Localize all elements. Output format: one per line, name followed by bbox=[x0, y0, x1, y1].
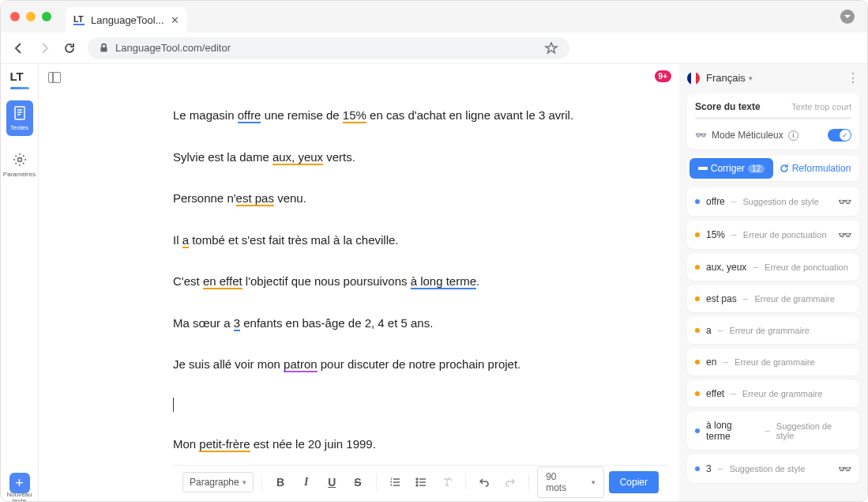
bottom-toolbar: Paragraphe▾ B I U S 123 90 mots▾ Copier bbox=[173, 465, 668, 498]
main-area: LT Textes Paramètres + Nouveau texte 9+ … bbox=[1, 64, 867, 502]
suggestion-item[interactable]: à long terme–Suggestion de style bbox=[687, 412, 859, 450]
divider bbox=[376, 474, 377, 490]
severity-dot bbox=[695, 199, 700, 204]
italic-button[interactable]: I bbox=[295, 471, 317, 493]
suggestion-word: à long terme bbox=[706, 420, 758, 442]
chevron-down-icon: ▾ bbox=[592, 478, 596, 486]
clear-format-button[interactable] bbox=[436, 471, 457, 493]
suggestion-type: Erreur de grammaire bbox=[754, 294, 834, 304]
suggestion-word: en bbox=[706, 357, 716, 368]
highlighted-text[interactable]: petit-frère bbox=[199, 437, 250, 452]
suggestion-word: aux, yeux bbox=[706, 262, 746, 273]
highlighted-text[interactable]: à long terme bbox=[411, 274, 476, 289]
suggestion-item[interactable]: 15%–Erreur de ponctuation👓 bbox=[687, 221, 859, 249]
info-icon[interactable]: i bbox=[788, 130, 798, 141]
chevron-down-icon: ▾ bbox=[749, 74, 753, 82]
severity-dot bbox=[695, 466, 700, 471]
reload-button[interactable] bbox=[62, 41, 77, 55]
paragraph[interactable]: Mon petit-frère est née le 20 juin 1999. bbox=[173, 436, 648, 454]
highlighted-text[interactable]: 15% bbox=[343, 108, 366, 123]
highlighted-text[interactable]: a bbox=[182, 233, 189, 248]
highlighted-text[interactable]: patron bbox=[284, 357, 318, 372]
undo-button[interactable] bbox=[474, 471, 495, 493]
editor-topbar: 9+ bbox=[39, 64, 679, 91]
wordcount-select[interactable]: 90 mots▾ bbox=[537, 466, 603, 498]
back-button[interactable] bbox=[12, 41, 26, 55]
suggestion-type: Erreur de grammaire bbox=[735, 357, 814, 367]
correction-count: 12 bbox=[748, 164, 765, 173]
tab-reformulation[interactable]: Reformulation bbox=[773, 158, 857, 179]
highlighted-text[interactable]: offre bbox=[238, 108, 261, 123]
bold-button[interactable]: B bbox=[270, 471, 291, 493]
highlighted-text[interactable]: aux, yeux bbox=[272, 150, 323, 165]
glasses-icon: 👓 bbox=[838, 228, 851, 241]
paragraph[interactable]: Ma sœur a 3 enfants en bas-âge de 2, 4 e… bbox=[173, 315, 648, 333]
suggestion-item[interactable]: aux, yeux–Erreur de ponctuation bbox=[687, 254, 859, 281]
paragraph[interactable]: Personne n'est pas venu. bbox=[173, 190, 648, 208]
score-card: Score du texte Texte trop court 👓 Mode M… bbox=[687, 93, 859, 149]
paragraph[interactable]: Je suis allé voir mon patron pour discut… bbox=[173, 356, 648, 374]
severity-dot bbox=[695, 296, 700, 301]
gear-icon bbox=[12, 152, 28, 168]
chevron-down-icon: ▾ bbox=[242, 478, 246, 486]
severity-dot bbox=[695, 265, 700, 270]
left-sidebar: LT Textes Paramètres + Nouveau texte bbox=[1, 64, 39, 502]
notification-badge[interactable]: 9+ bbox=[655, 70, 671, 82]
paragraph[interactable]: Le magasin offre une remise de 15% en ca… bbox=[173, 107, 648, 125]
refresh-icon bbox=[780, 164, 789, 173]
sidebar-item-textes[interactable]: Textes bbox=[6, 100, 33, 136]
tab-corriger[interactable]: Corriger 12 bbox=[690, 158, 773, 179]
maximize-window[interactable] bbox=[42, 12, 51, 21]
suggestion-item[interactable]: effet–Erreur de grammaire bbox=[687, 380, 859, 407]
strikethrough-button[interactable]: S bbox=[348, 471, 369, 493]
tab-title: LanguageTool... bbox=[91, 14, 164, 26]
svg-point-8 bbox=[416, 485, 418, 486]
redo-button[interactable] bbox=[500, 471, 521, 493]
close-window[interactable] bbox=[10, 12, 20, 21]
mode-toggle[interactable] bbox=[828, 129, 851, 142]
minimize-window[interactable] bbox=[26, 12, 36, 21]
highlighted-text[interactable]: est pas bbox=[236, 191, 274, 206]
suggestion-item[interactable]: a–Erreur de grammaire bbox=[687, 317, 859, 344]
suggestion-word: offre bbox=[706, 196, 725, 207]
suggestion-type: Erreur de ponctuation bbox=[743, 230, 827, 240]
suggestion-word: 3 bbox=[706, 463, 712, 474]
suggestion-item[interactable]: en–Erreur de grammaire bbox=[687, 349, 859, 376]
paragraph[interactable]: Sylvie est la dame aux, yeux verts. bbox=[173, 149, 648, 167]
url-field[interactable]: LanguageTool.com/editor bbox=[88, 37, 569, 59]
paragraph[interactable]: Il a tombé et s'est fait très mal à la c… bbox=[173, 232, 648, 250]
language-select[interactable]: Français▾ bbox=[706, 72, 840, 84]
browser-tab[interactable]: LT LanguageTool... ✕ bbox=[66, 7, 187, 32]
editor-body[interactable]: Le magasin offre une remise de 15% en ca… bbox=[39, 91, 679, 465]
panel-toggle-icon[interactable] bbox=[48, 72, 61, 83]
suggestion-item[interactable]: offre–Suggestion de style👓 bbox=[687, 187, 859, 216]
window-titlebar: LT LanguageTool... ✕ bbox=[1, 1, 867, 32]
suggestion-word: est pas bbox=[706, 293, 737, 304]
highlighted-text[interactable]: 3 bbox=[234, 316, 240, 331]
panel-tabs: Corriger 12 Reformulation bbox=[687, 156, 859, 181]
paragraph[interactable]: C'est en effet l'objectif que nous pours… bbox=[173, 273, 648, 291]
ordered-list-button[interactable]: 123 bbox=[385, 471, 406, 493]
glasses-icon: 👓 bbox=[838, 462, 851, 475]
highlighted-text[interactable]: en effet bbox=[203, 274, 242, 289]
bookmark-star-icon[interactable] bbox=[544, 42, 558, 55]
suggestion-item[interactable]: 3–Suggestion de style👓 bbox=[687, 455, 859, 483]
format-select[interactable]: Paragraphe▾ bbox=[182, 472, 254, 493]
underline-button[interactable]: U bbox=[321, 471, 343, 493]
traffic-lights bbox=[10, 12, 51, 21]
close-tab-icon[interactable]: ✕ bbox=[171, 14, 179, 26]
app-logo[interactable]: LT bbox=[10, 70, 29, 86]
copy-button[interactable]: Copier bbox=[609, 471, 659, 493]
forward-button[interactable] bbox=[37, 41, 51, 55]
sidebar-item-parametres[interactable]: Paramètres bbox=[6, 147, 33, 183]
unordered-list-button[interactable] bbox=[411, 471, 432, 493]
editor-column: 9+ Le magasin offre une remise de 15% en… bbox=[39, 64, 679, 502]
browser-menu-icon[interactable] bbox=[840, 9, 855, 24]
mode-label: Mode Méticuleux bbox=[712, 130, 783, 141]
svg-point-6 bbox=[416, 478, 418, 480]
panel-menu-icon[interactable]: ⋮ bbox=[847, 70, 859, 85]
suggestion-item[interactable]: est pas–Erreur de grammaire bbox=[687, 285, 859, 312]
new-text-label: Nouveau texte bbox=[6, 492, 32, 502]
svg-point-7 bbox=[416, 481, 418, 483]
correct-icon bbox=[698, 164, 708, 172]
